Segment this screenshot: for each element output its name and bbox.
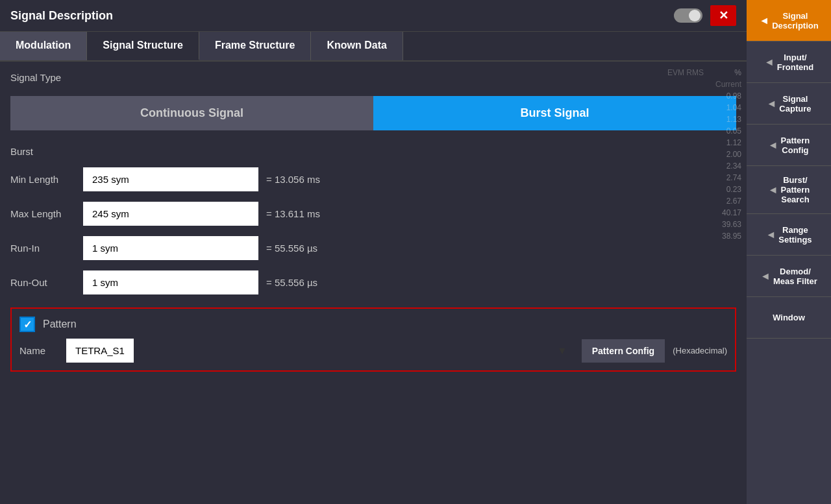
bg-val-8: 0.23 xyxy=(709,185,741,194)
sidebar-arrow-pattern-config: ◄ xyxy=(768,139,778,151)
bg-val-1: 1.04 xyxy=(709,103,741,112)
sidebar-item-input-frontend[interactable]: ◄ Input/ Frontend xyxy=(747,42,831,83)
sidebar-label-input-frontend: Input/ Frontend xyxy=(777,53,813,72)
sidebar-arrow-demod-meas-filter: ◄ xyxy=(760,270,771,282)
sidebar-arrow-input-frontend: ◄ xyxy=(764,56,775,68)
sidebar-arrow-range-settings: ◄ xyxy=(765,229,776,241)
bg-val-9: 2.67 xyxy=(709,197,741,206)
sidebar-arrow-signal-description: ◄ xyxy=(759,15,769,27)
max-length-input[interactable] xyxy=(83,202,258,226)
min-length-computed: = 13.056 ms xyxy=(266,174,320,185)
sidebar-label-window: Window xyxy=(773,313,805,322)
sidebar-label-pattern-config: Pattern Config xyxy=(781,136,810,155)
name-label: Name xyxy=(19,345,58,356)
bg-val-6: 2.34 xyxy=(709,162,741,171)
bg-table: EVM RMS % Current 0.98 1.04 1.13 0.05 1.… xyxy=(552,62,747,504)
run-out-input[interactable] xyxy=(83,270,258,294)
signal-description-dialog: Signal Description ✕ Modulation Signal S… xyxy=(0,0,747,504)
sidebar-item-range-settings[interactable]: ◄ Range Settings xyxy=(747,214,831,256)
pattern-checkbox-wrapper: ✓ Pattern xyxy=(19,317,77,332)
sidebar-arrow-signal-capture: ◄ xyxy=(767,98,777,110)
run-out-computed: = 55.556 µs xyxy=(266,277,317,288)
bg-val-5: 2.00 xyxy=(709,150,741,159)
title-bar: Signal Description ✕ xyxy=(0,0,747,32)
bg-val-3: 0.05 xyxy=(709,126,741,136)
bg-val-4: 1.12 xyxy=(709,138,741,147)
title-bar-left: Signal Description xyxy=(10,9,113,23)
tab-frame-structure[interactable]: Frame Structure xyxy=(199,32,312,60)
sidebar-item-signal-capture[interactable]: ◄ Signal Capture xyxy=(747,83,831,125)
tab-signal-structure[interactable]: Signal Structure xyxy=(87,32,199,60)
sidebar-item-window[interactable]: Window xyxy=(747,297,831,339)
min-length-input[interactable] xyxy=(83,167,258,191)
tab-bar: Modulation Signal Structure Frame Struct… xyxy=(0,32,747,62)
toggle-knob xyxy=(689,10,701,21)
name-select[interactable]: TETRA_S1 TETRA_S2 Custom xyxy=(66,339,134,363)
sidebar-label-range-settings: Range Settings xyxy=(778,225,812,245)
sidebar-item-burst-pattern-search[interactable]: ◄ Burst/ Pattern Search xyxy=(747,166,831,214)
max-length-computed: = 13.611 ms xyxy=(266,208,320,219)
run-in-input[interactable] xyxy=(83,236,258,260)
select-arrow-icon: ▼ xyxy=(557,345,567,357)
dialog-title: Signal Description xyxy=(10,9,113,23)
run-in-computed: = 55.556 µs xyxy=(266,243,317,254)
content-area: EVM RMS % Current 0.98 1.04 1.13 0.05 1.… xyxy=(0,62,747,504)
tab-known-data[interactable]: Known Data xyxy=(311,32,403,60)
enable-toggle[interactable] xyxy=(674,8,702,23)
bg-val-12: 38.95 xyxy=(709,232,741,241)
pattern-checkbox[interactable]: ✓ xyxy=(19,317,35,332)
evm-rms-label: EVM RMS xyxy=(667,68,704,77)
current-label: Current xyxy=(715,80,741,89)
sidebar-arrow-burst-pattern-search: ◄ xyxy=(768,184,778,196)
run-in-label: Run-In xyxy=(10,243,75,254)
sidebar-label-signal-capture: Signal Capture xyxy=(779,94,811,114)
run-out-label: Run-Out xyxy=(10,277,75,288)
tab-modulation[interactable]: Modulation xyxy=(0,32,87,60)
max-length-label: Max Length xyxy=(10,208,75,219)
sidebar-label-demod-meas-filter: Demod/ Meas Filter xyxy=(773,267,817,286)
bg-val-11: 39.63 xyxy=(709,220,741,229)
sidebar-item-demod-meas-filter[interactable]: ◄ Demod/ Meas Filter xyxy=(747,256,831,297)
sidebar-label-signal-description: Signal Description xyxy=(772,11,819,30)
bg-val-2: 1.13 xyxy=(709,115,741,124)
pattern-label: Pattern xyxy=(43,318,77,330)
sidebar-item-pattern-config[interactable]: ◄ Pattern Config xyxy=(747,125,831,166)
right-sidebar: ◄ Signal Description ◄ Input/ Frontend ◄… xyxy=(747,0,831,504)
continuous-signal-button[interactable]: Continuous Signal xyxy=(10,96,373,130)
name-select-wrapper: TETRA_S1 TETRA_S2 Custom ▼ xyxy=(66,339,574,363)
bg-val-7: 2.74 xyxy=(709,173,741,182)
percent-label: % xyxy=(709,68,741,77)
min-length-label: Min Length xyxy=(10,174,75,185)
sidebar-label-burst-pattern-search: Burst/ Pattern Search xyxy=(781,175,810,204)
close-button[interactable]: ✕ xyxy=(710,5,736,26)
checkmark-icon: ✓ xyxy=(23,318,32,331)
bg-val-10: 40.17 xyxy=(709,208,741,217)
bg-val-0: 0.98 xyxy=(709,91,741,101)
sidebar-item-signal-description[interactable]: ◄ Signal Description xyxy=(747,0,831,42)
